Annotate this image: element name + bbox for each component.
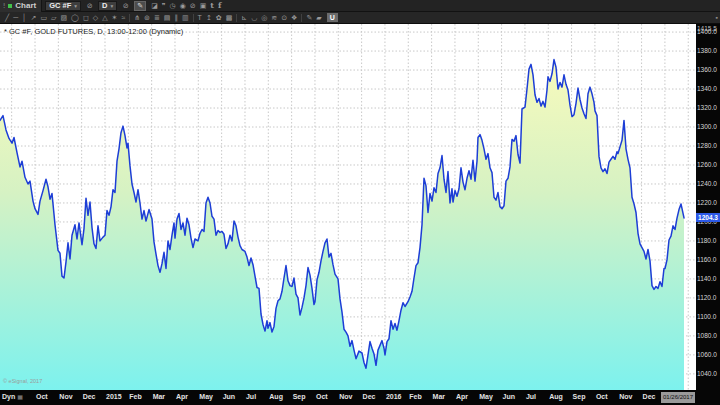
- alerts-clock-icon[interactable]: ◷: [168, 1, 178, 11]
- trendline-icon[interactable]: ╱: [3, 13, 11, 23]
- price-axis-tick-label: 1320.0: [697, 104, 717, 111]
- time-axis-month-label: Dec: [363, 393, 376, 400]
- circle-icon[interactable]: ◯: [69, 13, 81, 23]
- time-axis-month-label: Nov: [59, 393, 72, 400]
- price-axis-tick-label: 1400.0: [697, 28, 717, 35]
- time-axis-month-label: Nov: [339, 393, 352, 400]
- text-tool-icon[interactable]: T: [196, 13, 204, 23]
- disable-overlay-icon[interactable]: ⊘: [188, 1, 198, 11]
- arc-icon[interactable]: ◡: [249, 13, 259, 23]
- time-axis-month-label: Nov: [619, 393, 632, 400]
- dynamic-mode-label[interactable]: Dyn ▦: [2, 393, 23, 400]
- snapshot-icon[interactable]: ◉: [178, 1, 188, 11]
- price-axis-tick-label: 1240.0: [697, 180, 717, 187]
- price-axis-tick-label: 1160.0: [697, 256, 716, 263]
- note-icon[interactable]: ▩: [224, 13, 235, 23]
- time-axis-month-label: Oct: [36, 393, 48, 400]
- time-axis-month-label: Aug: [269, 393, 283, 400]
- last-price-tag: 1204.3: [696, 213, 720, 222]
- toolbar-divider: [236, 14, 237, 22]
- flower-marker-icon[interactable]: ✿: [214, 13, 224, 23]
- time-axis-month-label: May: [199, 393, 213, 400]
- waves-icon[interactable]: ≋: [269, 13, 279, 23]
- chart-canvas[interactable]: * GC #F, GOLD FUTURES, D, 13:00-12:00 (D…: [0, 24, 720, 405]
- axis-settings-icon[interactable]: ▪: [716, 14, 718, 21]
- time-axis-month-label: Mar: [433, 393, 445, 400]
- time-axis-month-label: Apr: [176, 393, 188, 400]
- interval-value: D: [102, 1, 107, 10]
- time-axis[interactable]: Dyn ▦ 01/26/2017 OctNovDec2015FebMarAprM…: [0, 390, 720, 405]
- vertical-line-icon[interactable]: │: [20, 13, 28, 23]
- toolbar-divider: [129, 14, 130, 22]
- drawing-toolbar: ╱─│↗▭▱▨◯◻◇△✶≈⋔⊚≣▤∥▥T↥✿▩⊾◡◎≋⊙❖✎▰ U ▪: [0, 12, 720, 24]
- bands-icon[interactable]: ▥: [180, 13, 191, 23]
- chevron-down-icon: ▾: [74, 3, 77, 9]
- fib-retracement-icon[interactable]: ≣: [152, 13, 162, 23]
- diamond-icon[interactable]: ◇: [91, 13, 100, 23]
- horizontal-line-icon[interactable]: ─: [11, 13, 20, 23]
- underline-button[interactable]: U: [327, 13, 338, 22]
- symbol-input[interactable]: GC #F ▾: [45, 1, 81, 11]
- pencil-tool-icon[interactable]: ✎: [304, 13, 314, 23]
- time-axis-month-label: Dec: [83, 393, 96, 400]
- angle-icon[interactable]: ⊾: [239, 13, 249, 23]
- chart-tab-label: Chart: [15, 1, 36, 10]
- grid-icon[interactable]: ▨: [58, 13, 69, 23]
- channel-icon[interactable]: ▤: [162, 13, 173, 23]
- time-axis-month-label: Feb: [409, 393, 421, 400]
- burst-icon[interactable]: ❖: [289, 13, 299, 23]
- price-axis-tick-label: 1340.0: [697, 85, 717, 92]
- rectangle-icon[interactable]: ▭: [38, 13, 49, 23]
- toolbar-divider: [301, 14, 302, 22]
- pitchfork-icon[interactable]: ⋔: [132, 13, 142, 23]
- esignal-watermark: © eSignal, 2017: [3, 378, 42, 384]
- chart-title: * GC #F, GOLD FUTURES, D, 13:00-12:00 (D…: [4, 27, 183, 36]
- price-axis-tick-label: 1280.0: [697, 142, 717, 149]
- square-icon[interactable]: ◻: [81, 13, 91, 23]
- parallel-lines-icon[interactable]: ∥: [172, 13, 180, 23]
- twitter-icon[interactable]: t: [208, 1, 216, 10]
- wave-icon[interactable]: ≈: [119, 13, 127, 23]
- facebook-icon[interactable]: f: [216, 1, 223, 10]
- price-axis-tick-label: 1260.0: [697, 161, 717, 168]
- fib-circle-icon[interactable]: ⊚: [142, 13, 152, 23]
- layout-icon[interactable]: ▣: [198, 1, 209, 11]
- arrow-line-icon[interactable]: ↗: [29, 13, 39, 23]
- symbol-options-icon[interactable]: ⊘: [84, 1, 95, 11]
- chart-tab[interactable]: ⁞ Chart: [0, 0, 42, 12]
- interval-select[interactable]: D ▾: [98, 1, 117, 11]
- price-axis-tick-label: 1360.0: [697, 66, 717, 73]
- time-axis-month-label: Apr: [456, 393, 468, 400]
- price-plot[interactable]: [0, 24, 696, 390]
- price-axis-tick-label: 1100.0: [697, 313, 716, 320]
- star-icon[interactable]: ✶: [110, 13, 120, 23]
- time-axis-month-label: Oct: [596, 393, 608, 400]
- drawing-mode-icon[interactable]: ✎: [134, 1, 146, 11]
- time-axis-month-label: Sep: [293, 393, 306, 400]
- target-icon[interactable]: ◎: [259, 13, 269, 23]
- chat-icon[interactable]: ❞: [160, 1, 168, 11]
- price-axis-tick-label: 1080.0: [697, 332, 717, 339]
- highlight-tool-icon[interactable]: ▰: [314, 13, 323, 23]
- grip-icon: ⁞: [3, 2, 5, 10]
- time-axis-month-label: Sep: [573, 393, 586, 400]
- dot-circle-icon[interactable]: ⊙: [279, 13, 289, 23]
- price-axis[interactable]: 1415.5 1204.3 1400.01380.01360.01340.013…: [696, 24, 720, 390]
- time-axis-month-label: Dec: [643, 393, 656, 400]
- dynamic-mode-icon: ▦: [17, 393, 23, 400]
- triangle-icon[interactable]: △: [100, 13, 109, 23]
- time-axis-month-label: Feb: [129, 393, 141, 400]
- price-axis-tick-label: 1300.0: [697, 123, 717, 130]
- esignal-chart-window: ⁞ Chart GC #F ▾ ⊘ D ▾ ⊘ ✎ ◪❞◷◉⊘▣tf ╱─│↗▭…: [0, 0, 720, 405]
- interval-options-icon[interactable]: ⊘: [120, 1, 131, 11]
- time-axis-month-label: Mar: [153, 393, 165, 400]
- price-axis-tick-label: 1180.0: [697, 237, 716, 244]
- symbol-value: GC #F: [49, 1, 71, 10]
- arrow-up-icon[interactable]: ↥: [204, 13, 214, 23]
- time-axis-month-label: Oct: [316, 393, 328, 400]
- parallelogram-icon[interactable]: ▱: [49, 13, 58, 23]
- price-axis-tick-label: 1120.0: [697, 294, 716, 301]
- time-axis-month-label: Aug: [549, 393, 563, 400]
- toolbar-icon-group: ◪❞◷◉⊘▣tf: [149, 1, 223, 11]
- eraser-icon[interactable]: ◪: [149, 1, 160, 11]
